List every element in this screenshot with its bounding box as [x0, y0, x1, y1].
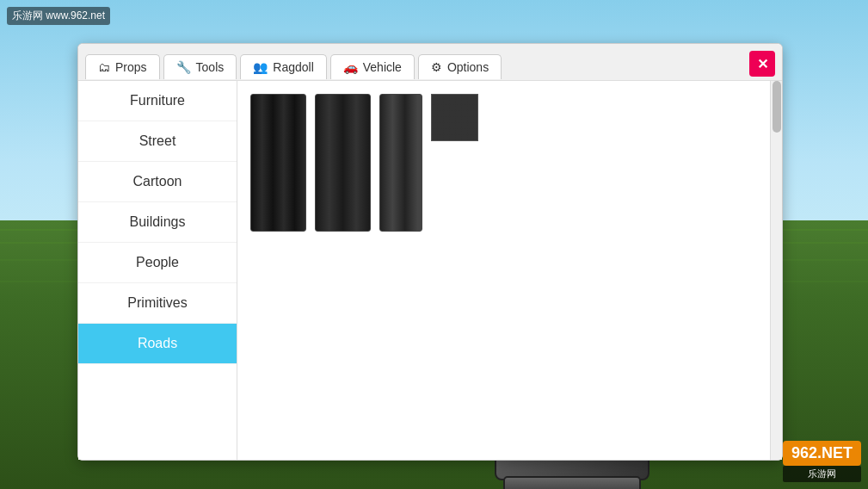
watermark-main: 962.NET — [783, 441, 861, 466]
vehicle-icon: 🚗 — [343, 60, 358, 74]
tab-options-label: Options — [447, 60, 489, 74]
road-item-2[interactable] — [315, 94, 371, 232]
tab-props[interactable]: 🗂 Props — [85, 54, 160, 79]
sidebar-item-buildings[interactable]: Buildings — [78, 202, 237, 243]
road-item-3[interactable] — [379, 94, 422, 232]
sidebar: Furniture Street Cartoon Buildings Peopl… — [78, 81, 237, 460]
scrollbar-track[interactable] — [770, 81, 782, 460]
tab-bar: 🗂 Props 🔧 Tools 👥 Ragdoll 🚗 Vehicle ⚙ Op… — [78, 44, 782, 81]
close-button[interactable]: ✕ — [749, 51, 775, 77]
tab-options[interactable]: ⚙ Options — [418, 54, 502, 79]
sidebar-item-people[interactable]: People — [78, 243, 237, 283]
ui-panel: 🗂 Props 🔧 Tools 👥 Ragdoll 🚗 Vehicle ⚙ Op… — [77, 43, 783, 461]
tab-tools-label: Tools — [196, 60, 225, 74]
scrollbar-thumb[interactable] — [773, 81, 781, 133]
options-icon: ⚙ — [431, 60, 442, 74]
sidebar-item-cartoon[interactable]: Cartoon — [78, 162, 237, 202]
sidebar-item-furniture[interactable]: Furniture — [78, 81, 237, 121]
panel-content: Furniture Street Cartoon Buildings Peopl… — [78, 81, 782, 460]
sidebar-item-roads[interactable]: Roads — [78, 324, 237, 364]
tab-ragdoll[interactable]: 👥 Ragdoll — [240, 54, 326, 79]
tab-tools[interactable]: 🔧 Tools — [163, 54, 237, 79]
watermark-top: 乐游网 www.962.net — [7, 7, 110, 25]
tab-vehicle[interactable]: 🚗 Vehicle — [330, 54, 415, 79]
sidebar-item-street[interactable]: Street — [78, 121, 237, 162]
ragdoll-icon: 👥 — [253, 60, 268, 74]
road-item-4[interactable] — [431, 94, 478, 141]
tab-props-label: Props — [115, 60, 147, 74]
main-content — [237, 81, 770, 460]
gun-barrel — [503, 476, 641, 489]
road-item-1[interactable] — [250, 94, 306, 232]
tab-ragdoll-label: Ragdoll — [273, 60, 313, 74]
props-icon: 🗂 — [98, 60, 110, 74]
tab-vehicle-label: Vehicle — [363, 60, 402, 74]
watermark-bottom: 962.NET 乐游网 — [783, 441, 861, 482]
watermark-sub: 乐游网 — [783, 466, 861, 482]
sidebar-item-primitives[interactable]: Primitives — [78, 283, 237, 324]
tools-icon: 🔧 — [176, 60, 191, 74]
